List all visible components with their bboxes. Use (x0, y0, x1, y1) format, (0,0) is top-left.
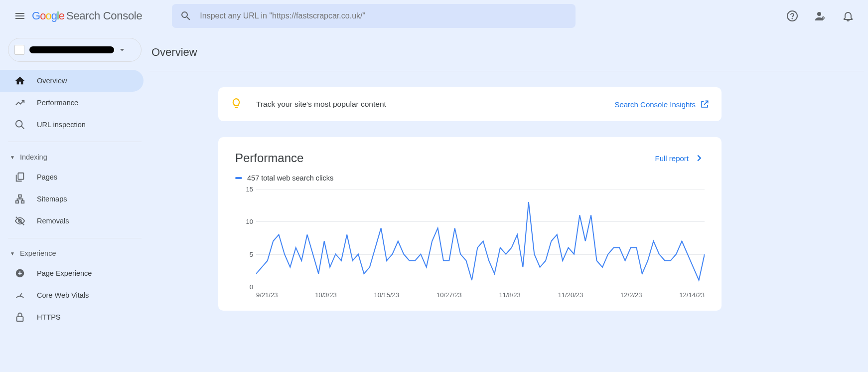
chart-x-tick: 12/14/23 (679, 291, 705, 299)
chart-x-tick: 10/3/23 (315, 291, 336, 299)
sidebar-item-overview[interactable]: Overview (0, 70, 144, 92)
chart-x-tick: 9/21/23 (256, 291, 278, 299)
product-name: Search Console (66, 9, 142, 22)
chart-y-tick: 5 (250, 250, 253, 258)
sidebar-item-removals[interactable]: Removals (0, 210, 144, 232)
svg-rect-11 (17, 317, 23, 321)
sidebar-item-performance[interactable]: Performance (0, 92, 144, 114)
sidebar-item-page-experience[interactable]: Page Experience (0, 262, 144, 284)
chart-x-tick: 11/8/23 (499, 291, 520, 299)
sidebar-section-label: Indexing (20, 153, 47, 161)
sidebar-item-pages[interactable]: Pages (0, 166, 144, 188)
property-favicon (14, 45, 24, 55)
sidebar-item-core-web-vitals[interactable]: Core Web Vitals (0, 284, 144, 306)
insights-link[interactable]: Search Console Insights (614, 99, 710, 109)
sidebar-item-label: Page Experience (37, 269, 92, 277)
open-in-new-icon (700, 99, 710, 109)
sidebar-item-label: Removals (37, 217, 69, 225)
legend-text: 457 total web search clicks (247, 174, 333, 182)
sidebar: Overview Performance URL inspection ▼ In… (0, 32, 149, 372)
menu-button[interactable] (8, 4, 32, 28)
sidebar-item-label: Pages (37, 173, 57, 181)
lock-icon (14, 311, 26, 323)
sidebar-section-label: Experience (20, 249, 56, 257)
sidebar-item-label: Core Web Vitals (37, 291, 89, 299)
pages-icon (14, 171, 26, 183)
chevron-down-icon: ▼ (10, 155, 15, 160)
chart-gridline (256, 287, 705, 287)
chevron-down-icon (117, 45, 127, 55)
performance-chart[interactable]: 0510159/21/2310/3/2310/15/2310/27/2311/8… (240, 189, 705, 299)
chart-y-tick: 15 (246, 186, 253, 193)
notifications-button[interactable] (836, 4, 860, 28)
insights-link-label: Search Console Insights (614, 100, 696, 109)
chart-line-series (256, 189, 705, 287)
svg-rect-6 (18, 195, 21, 197)
insights-card: Track your site's most popular content S… (218, 87, 722, 121)
sidebar-item-label: Performance (37, 99, 78, 107)
performance-card-title: Performance (235, 151, 303, 165)
full-report-label: Full report (655, 154, 689, 163)
sidebar-item-label: URL inspection (37, 121, 86, 129)
svg-rect-5 (18, 173, 23, 180)
search-icon (180, 10, 192, 22)
lightbulb-icon (230, 97, 242, 111)
chart-y-tick: 10 (246, 218, 253, 225)
sidebar-item-label: HTTPS (37, 313, 61, 321)
property-selector[interactable] (8, 38, 142, 62)
property-name-redacted (29, 46, 114, 53)
url-inspect-input[interactable] (200, 11, 568, 20)
home-icon (14, 75, 26, 87)
sitemap-icon (14, 193, 26, 205)
chart-y-tick: 0 (250, 283, 253, 291)
legend-swatch (235, 177, 242, 179)
svg-rect-8 (21, 201, 24, 203)
insights-text: Track your site's most popular content (256, 100, 386, 109)
svg-point-4 (16, 121, 22, 127)
performance-card: Performance Full report 457 total web se… (218, 137, 722, 311)
help-button[interactable] (780, 4, 804, 28)
page-title: Overview (149, 32, 864, 71)
search-icon (14, 119, 26, 131)
sidebar-section-indexing[interactable]: ▼ Indexing (0, 148, 149, 166)
chart-x-axis: 9/21/2310/3/2310/15/2310/27/2311/8/2311/… (256, 291, 705, 299)
chart-x-tick: 12/2/23 (620, 291, 642, 299)
svg-rect-7 (16, 201, 19, 203)
chart-x-tick: 11/20/23 (558, 291, 583, 299)
chart-legend: 457 total web search clicks (235, 174, 705, 182)
svg-point-3 (822, 17, 824, 19)
chart-x-tick: 10/15/23 (374, 291, 399, 299)
sidebar-item-https[interactable]: HTTPS (0, 306, 144, 328)
sidebar-section-experience[interactable]: ▼ Experience (0, 244, 149, 262)
svg-point-1 (792, 18, 793, 19)
svg-point-2 (817, 12, 821, 16)
chevron-right-icon (694, 153, 705, 164)
sidebar-item-sitemaps[interactable]: Sitemaps (0, 188, 144, 210)
account-settings-button[interactable] (808, 4, 832, 28)
chart-x-tick: 10/27/23 (436, 291, 462, 299)
sidebar-item-url-inspection[interactable]: URL inspection (0, 114, 144, 136)
main-content: Overview Track your site's most popular … (149, 32, 868, 372)
speedometer-icon (14, 289, 26, 301)
google-logo: Google (32, 9, 64, 22)
sidebar-item-label: Overview (37, 77, 67, 85)
url-inspect-search[interactable] (172, 4, 576, 28)
full-report-link[interactable]: Full report (655, 153, 705, 164)
circle-plus-icon (14, 267, 26, 279)
chevron-down-icon: ▼ (10, 251, 15, 256)
trending-icon (14, 97, 26, 109)
visibility-off-icon (14, 215, 26, 227)
product-logo[interactable]: Google Search Console (32, 9, 142, 22)
sidebar-item-label: Sitemaps (37, 195, 67, 203)
